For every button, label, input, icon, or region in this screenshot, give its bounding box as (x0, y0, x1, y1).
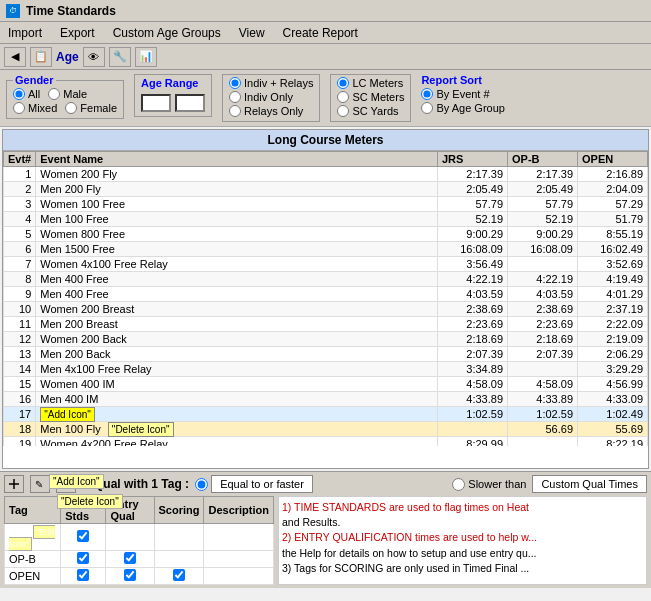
evt-opb: 4:03.59 (508, 287, 578, 302)
tags-table-row[interactable]: OPEN (5, 568, 274, 585)
evt-open: 51.79 (578, 212, 648, 227)
age-range-label: Age Range (141, 77, 205, 89)
evt-name: Women 4x100 Free Relay (36, 257, 438, 272)
evt-jrs: 2:18.69 (438, 332, 508, 347)
report-sort-group: Report Sort By Event # By Age Group (421, 74, 505, 114)
menu-export[interactable]: Export (56, 25, 99, 41)
gender-mixed[interactable]: Mixed (13, 102, 57, 114)
window-title: Time Standards (26, 4, 116, 18)
menu-create-report[interactable]: Create Report (279, 25, 362, 41)
table-scroll-area[interactable]: Evt# Event Name JRS OP-B OPEN 1 Women 20… (3, 151, 648, 446)
toolbar-forward-btn[interactable]: 📋 (30, 47, 52, 67)
sort-by-event[interactable]: By Event # (421, 88, 505, 100)
relay-relays-only[interactable]: Relays Only (229, 105, 313, 117)
col-evt: Evt# (4, 152, 36, 167)
tag-time-stds[interactable] (61, 524, 106, 551)
equal-faster-btn[interactable]: Equal to or faster (211, 475, 313, 493)
table-row[interactable]: 18 Men 100 Fly "Delete Icon" 56.69 55.69 (4, 422, 648, 437)
toolbar-back-btn[interactable]: ◀ (4, 47, 26, 67)
tags-section: Tag Time Stds Entry Qual Scoring Descrip… (4, 496, 274, 585)
sort-by-age-group[interactable]: By Age Group (421, 102, 505, 114)
evt-name: Men 1500 Free (36, 242, 438, 257)
custom-qual-btn[interactable]: Custom Qual Times (532, 475, 647, 493)
delete-tooltip: "Delete Icon" (57, 494, 123, 509)
tags-table-row[interactable]: OP-B (5, 551, 274, 568)
table-row[interactable]: 17 "Add Icon" 1:02.59 1:02.59 1:02.49 (4, 407, 648, 422)
evt-name: Men 400 IM (36, 392, 438, 407)
relay-indiv-only[interactable]: Indiv Only (229, 91, 313, 103)
gender-all[interactable]: All (13, 88, 40, 100)
table-row[interactable]: 12 Women 200 Back 2:18.69 2:18.69 2:19.0… (4, 332, 648, 347)
course-lc-meters[interactable]: LC Meters (337, 77, 404, 89)
evt-opb: 2:17.39 (508, 167, 578, 182)
tag-scoring[interactable] (154, 524, 204, 551)
menu-view[interactable]: View (235, 25, 269, 41)
course-sc-meters[interactable]: SC Meters (337, 91, 404, 103)
table-row[interactable]: 7 Women 4x100 Free Relay 3:56.49 3:52.69 (4, 257, 648, 272)
tag-description (204, 568, 274, 585)
col-scoring: Scoring (154, 497, 204, 524)
age-from-input[interactable] (141, 94, 171, 112)
slower-than-radio[interactable]: Slower than (452, 478, 526, 491)
tag-entry-qual[interactable] (106, 568, 154, 585)
window-icon: ⏱ (6, 4, 20, 18)
table-row[interactable]: 4 Men 100 Free 52.19 52.19 51.79 (4, 212, 648, 227)
table-row[interactable]: 19 Women 4x200 Free Relay 8:29.99 8:22.1… (4, 437, 648, 447)
course-sc-yards[interactable]: SC Yards (337, 105, 404, 117)
col-open: OPEN (578, 152, 648, 167)
evt-open: 16:02.49 (578, 242, 648, 257)
events-table: Evt# Event Name JRS OP-B OPEN 1 Women 20… (3, 151, 648, 446)
table-row[interactable]: 1 Women 200 Fly 2:17.39 2:17.39 2:16.89 (4, 167, 648, 182)
toolbar-btn3[interactable]: 🔧 (109, 47, 131, 67)
tag-time-stds[interactable] (61, 568, 106, 585)
gender-male[interactable]: Male (48, 88, 87, 100)
gender-female[interactable]: Female (65, 102, 117, 114)
table-row[interactable]: 2 Men 200 Fly 2:05.49 2:05.49 2:04.09 (4, 182, 648, 197)
menu-custom-age-groups[interactable]: Custom Age Groups (109, 25, 225, 41)
relay-indiv-relays[interactable]: Indiv + Relays (229, 77, 313, 89)
table-row[interactable]: 16 Men 400 IM 4:33.89 4:33.89 4:33.09 (4, 392, 648, 407)
age-to-input[interactable] (175, 94, 205, 112)
evt-name: Men 400 Free (36, 272, 438, 287)
tag-scoring[interactable] (154, 568, 204, 585)
table-row[interactable]: 8 Men 400 Free 4:22.19 4:22.19 4:19.49 (4, 272, 648, 287)
table-row[interactable]: 3 Women 100 Free 57.79 57.79 57.29 (4, 197, 648, 212)
tag-entry-qual[interactable] (106, 551, 154, 568)
toolbar-eye-btn[interactable]: 👁 (83, 47, 105, 67)
info-section: 1) TIME STANDARDS are used to flag times… (278, 496, 647, 585)
evt-open: 2:16.89 (578, 167, 648, 182)
evt-jrs: 2:05.49 (438, 182, 508, 197)
evt-num: 9 (4, 287, 36, 302)
relay-group: Indiv + Relays Indiv Only Relays Only (222, 74, 320, 122)
evt-opb: 52.19 (508, 212, 578, 227)
evt-opb (508, 362, 578, 377)
svg-text:✎: ✎ (35, 479, 43, 490)
evt-opb: 2:07.39 (508, 347, 578, 362)
evt-name: Women 200 Fly (36, 167, 438, 182)
toolbar-btn4[interactable]: 📊 (135, 47, 157, 67)
table-row[interactable]: 14 Men 4x100 Free Relay 3:34.89 3:29.29 (4, 362, 648, 377)
table-row[interactable]: 6 Men 1500 Free 16:08.09 16:08.09 16:02.… (4, 242, 648, 257)
table-row[interactable]: 10 Women 200 Breast 2:38.69 2:38.69 2:37… (4, 302, 648, 317)
evt-num: 7 (4, 257, 36, 272)
title-bar: ⏱ Time Standards (0, 0, 651, 22)
report-sort-label: Report Sort (421, 74, 505, 86)
add-icon-btn[interactable] (4, 475, 24, 493)
table-row[interactable]: 15 Women 400 IM 4:58.09 4:58.09 4:56.99 (4, 377, 648, 392)
evt-open: 8:22.19 (578, 437, 648, 447)
evt-name: Women 800 Free (36, 227, 438, 242)
edit-icon-btn[interactable]: ✎ "Add Icon" (30, 475, 50, 493)
tag-time-stds[interactable] (61, 551, 106, 568)
tag-scoring[interactable] (154, 551, 204, 568)
table-row[interactable]: 11 Men 200 Breast 2:23.69 2:23.69 2:22.0… (4, 317, 648, 332)
table-row[interactable]: 9 Men 400 Free 4:03.59 4:03.59 4:01.29 (4, 287, 648, 302)
tags-table-row[interactable]: JRS "Edit Icon" (5, 524, 274, 551)
info-text-3: 3) Tags for SCORING are only used in Tim… (282, 562, 529, 574)
qual-radio-equal[interactable]: Equal to or faster (195, 475, 313, 493)
bottom-split: Tag Time Stds Entry Qual Scoring Descrip… (4, 496, 647, 585)
menu-import[interactable]: Import (4, 25, 46, 41)
tag-entry-qual[interactable] (106, 524, 154, 551)
info-text-2b: the Help for details on how to setup and… (282, 547, 537, 559)
table-row[interactable]: 13 Men 200 Back 2:07.39 2:07.39 2:06.29 (4, 347, 648, 362)
table-row[interactable]: 5 Women 800 Free 9:00.29 9:00.29 8:55.19 (4, 227, 648, 242)
